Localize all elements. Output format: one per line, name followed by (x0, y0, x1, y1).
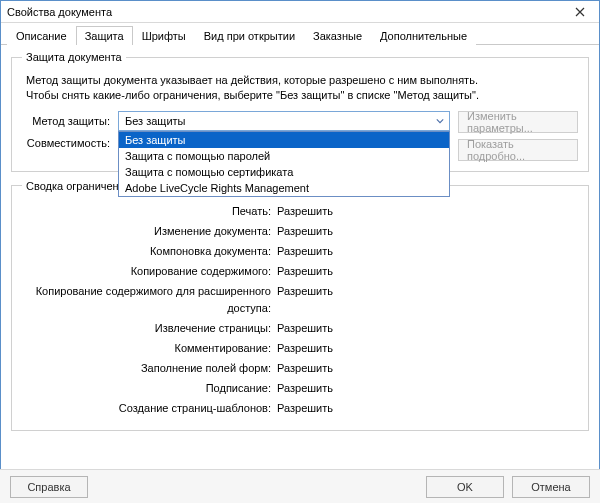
restrict-row-formfill: Заполнение полей форм: Разрешить (22, 360, 578, 377)
chevron-down-icon (433, 114, 447, 128)
tab-strip: Описание Защита Шрифты Вид при открытии … (1, 23, 599, 45)
tab-custom[interactable]: Заказные (304, 26, 371, 45)
restrict-row-comment: Комментирование: Разрешить (22, 340, 578, 357)
protection-description: Метод защиты документа указывает на дейс… (26, 73, 578, 103)
tab-security[interactable]: Защита (76, 26, 133, 45)
restrict-row-extract: Извлечение страницы: Разрешить (22, 320, 578, 337)
tab-advanced[interactable]: Дополнительные (371, 26, 476, 45)
close-button[interactable] (565, 3, 595, 21)
method-combobox[interactable]: Без защиты (118, 111, 450, 131)
title-bar: Свойства документа (1, 1, 599, 23)
method-option-no-security[interactable]: Без защиты (119, 132, 449, 148)
ok-button[interactable]: OK (426, 476, 504, 498)
tab-initial-view[interactable]: Вид при открытии (195, 26, 304, 45)
close-icon (575, 7, 585, 17)
dialog-button-bar: Справка OK Отмена (0, 469, 600, 503)
change-params-button[interactable]: Изменить параметры... (458, 111, 578, 133)
method-label: Метод защиты: (22, 115, 112, 127)
restrict-row-assembly: Компоновка документа: Разрешить (22, 243, 578, 260)
method-dropdown: Без защиты Защита с помощью паролей Защи… (118, 131, 450, 197)
help-button[interactable]: Справка (10, 476, 88, 498)
protection-legend: Защита документа (22, 51, 126, 63)
security-panel: Защита документа Метод защиты документа … (1, 45, 599, 447)
cancel-button[interactable]: Отмена (512, 476, 590, 498)
show-detail-button[interactable]: Показать подробно... (458, 139, 578, 161)
restrict-row-sign: Подписание: Разрешить (22, 380, 578, 397)
method-option-livecycle[interactable]: Adobe LiveCycle Rights Management (119, 180, 449, 196)
tab-fonts[interactable]: Шрифты (133, 26, 195, 45)
restrict-row-copy-access: Копирование содержимого для расширенного… (22, 283, 578, 317)
restrict-row-template: Создание страниц-шаблонов: Разрешить (22, 400, 578, 417)
method-option-password[interactable]: Защита с помощью паролей (119, 148, 449, 164)
window-title: Свойства документа (7, 6, 112, 18)
restrict-row-copy: Копирование содержимого: Разрешить (22, 263, 578, 280)
restrict-row-change: Изменение документа: Разрешить (22, 223, 578, 240)
method-option-certificate[interactable]: Защита с помощью сертификата (119, 164, 449, 180)
tab-description[interactable]: Описание (7, 26, 76, 45)
protection-group: Защита документа Метод защиты документа … (11, 51, 589, 172)
method-value: Без защиты (125, 115, 186, 127)
restrict-row-print: Печать: Разрешить (22, 203, 578, 220)
compat-label: Совместимость: (22, 137, 112, 149)
restrictions-group: Сводка ограничений документа Печать: Раз… (11, 180, 589, 432)
